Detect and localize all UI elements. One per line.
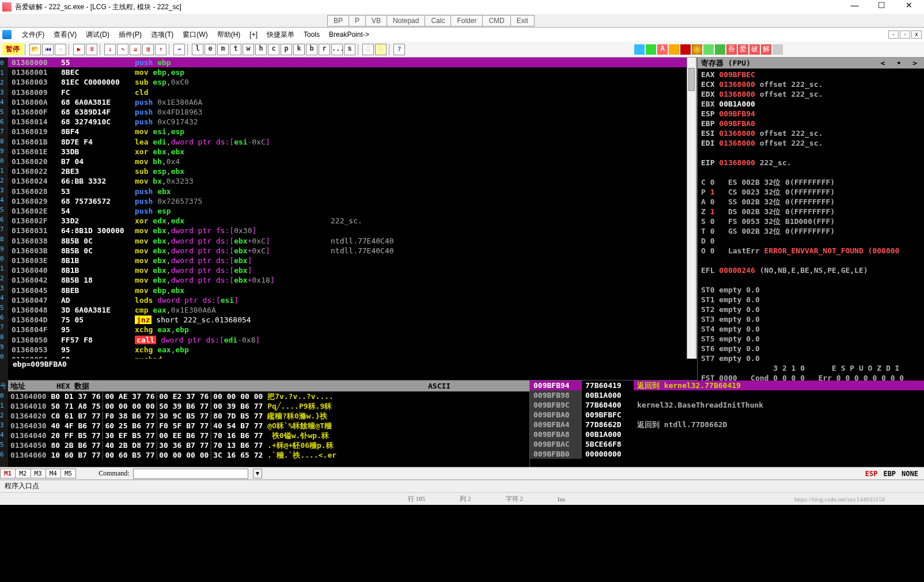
plugin-tab-notepad[interactable]: Notepad — [387, 15, 425, 26]
disasm-row[interactable]: 01368053 95 xchg eax,ebp — [8, 345, 696, 355]
rewind-button[interactable]: ⏮ — [42, 44, 54, 55]
disasm-row[interactable]: 01368020 B7 04 mov bh,0x4 — [8, 157, 696, 166]
disasm-row[interactable]: 0136801E 33DB xor ebx,ebx — [8, 147, 696, 157]
disasm-row[interactable]: 0136802F 33D2 xor edx,edx 222_sc. — [8, 216, 696, 226]
plugin-icon-5[interactable] — [680, 44, 691, 55]
options-button[interactable]: ☰ — [362, 44, 374, 55]
label-ebp[interactable]: EBP — [883, 470, 896, 478]
plugin-icon-10[interactable]: 爱 — [738, 44, 748, 55]
disasm-row[interactable]: 0136804F 95 xchg eax,ebp — [8, 325, 696, 334]
disasm-row[interactable]: 01368045 8BEB mov ebp,ebx — [8, 286, 696, 295]
plugin-tab-bp[interactable]: BP — [327, 15, 349, 26]
plugin-icon-6[interactable] — [692, 44, 702, 55]
plugin-icon-7[interactable] — [703, 44, 714, 55]
disasm-row[interactable]: 01368054 60 pushad — [8, 355, 696, 359]
disasm-row[interactable]: 01368031 64:8B1D 300000 mov ebx,dword pt… — [8, 226, 696, 235]
stack-row[interactable]: 009BFB9477B60419返回到 kernel32.77B60419 — [530, 381, 924, 390]
pause-button[interactable]: ⏸ — [86, 44, 97, 55]
stack-row[interactable]: 009BFBA477D8662D返回到 ntdll.77D8662D — [530, 420, 924, 429]
scrollbar-disasm[interactable] — [687, 58, 696, 359]
memory-tab-M4[interactable]: M4 — [46, 469, 61, 478]
reg-nav[interactable]: < • > — [881, 58, 921, 68]
disasm-row[interactable]: 0136800A 68 6A0A381E push 0x1E380A6A — [8, 97, 696, 107]
close-button[interactable]: ✕ — [896, 1, 922, 13]
disasm-row[interactable]: 0136803E 8B1B mov ebx,dword ptr ds:[ebx] — [8, 256, 696, 265]
letter-button-k[interactable]: k — [293, 44, 305, 55]
disassembly-pane[interactable]: 01368000 55 push ebp 01368001 8BEC mov e… — [8, 58, 697, 359]
stack-row[interactable]: 009BFBAC5BCE66F8 — [530, 439, 924, 449]
disasm-row[interactable]: 01368047 AD lods dword ptr ds:[esi] — [8, 295, 696, 305]
label-esp[interactable]: ESP — [865, 470, 878, 478]
mdi-minimize[interactable]: - — [888, 31, 899, 39]
plugin-tab-vb[interactable]: VB — [365, 15, 387, 26]
memory-tab-M2[interactable]: M2 — [15, 469, 31, 478]
disasm-row[interactable]: 01368050 FF57 F8 call dword ptr ds:[edi-… — [8, 335, 696, 345]
letter-button-l[interactable]: l — [192, 44, 203, 55]
menu-item[interactable]: 选项(T) — [146, 30, 178, 40]
step-over-button[interactable]: ↷ — [117, 44, 128, 55]
close-file-button[interactable]: ✕ — [55, 44, 66, 55]
plugin-icon-4[interactable] — [669, 44, 679, 55]
disasm-row[interactable]: 01368029 68 75736572 push 0x72657375 — [8, 196, 696, 206]
letter-button-m[interactable]: m — [217, 44, 229, 55]
memory-tab-M3[interactable]: M3 — [31, 469, 46, 478]
plugin-icon-11[interactable]: 破 — [749, 44, 760, 55]
plugin-icon-3[interactable]: A — [657, 44, 668, 55]
command-input[interactable] — [133, 469, 248, 479]
disasm-row[interactable]: 01368028 53 push ebx — [8, 187, 696, 196]
disasm-row[interactable]: 0136801B 8D7E F4 lea edi,dword ptr ds:[e… — [8, 137, 696, 147]
help-button[interactable]: ? — [393, 44, 405, 55]
plugin-icon-9[interactable]: 吾 — [726, 44, 737, 55]
plugin-icon-1[interactable] — [634, 44, 645, 55]
goto-button[interactable]: → — [173, 44, 185, 55]
run-button[interactable]: ▶ — [73, 44, 85, 55]
menu-item[interactable]: 查看(V) — [49, 30, 81, 40]
plugin-tab-exit[interactable]: Exit — [510, 15, 535, 26]
maximize-button[interactable]: ☐ — [869, 1, 895, 13]
disasm-row[interactable]: 01368024 66:BB 3332 mov bx,0x3233 — [8, 176, 696, 186]
disasm-row[interactable]: 01368019 8BF4 mov esi,esp — [8, 127, 696, 136]
plugin-icon-13[interactable] — [772, 44, 783, 55]
command-dropdown[interactable]: ▾ — [253, 469, 262, 478]
letter-button-t[interactable]: t — [230, 44, 241, 55]
menu-item[interactable]: 文件(F) — [17, 30, 49, 40]
letter-button-e[interactable]: e — [205, 44, 216, 55]
appearance-button[interactable]: ☷ — [375, 44, 387, 55]
open-button[interactable]: 📂 — [29, 44, 41, 55]
stack-row[interactable]: 009BFB9C77B60400kernel32.BaseThreadInitT… — [530, 400, 924, 410]
disasm-row[interactable]: 01368048 3D 6A0A381E cmp eax,0x1E380A6A — [8, 305, 696, 315]
letter-button-c[interactable]: c — [268, 44, 279, 55]
disasm-row[interactable]: 01368003 81EC C0000000 sub esp,0xC0 — [8, 77, 696, 87]
mdi-restore[interactable]: ▫ — [900, 31, 910, 39]
letter-button-w[interactable]: w — [243, 44, 254, 55]
disasm-row[interactable]: 01368001 8BEC mov ebp,esp — [8, 67, 696, 77]
plugin-icon-12[interactable]: 解 — [761, 44, 771, 55]
disasm-row[interactable]: 0136804D 75 05 jnz short 222_sc.01368054 — [8, 315, 696, 325]
trace-over-button[interactable]: ⇶ — [142, 44, 154, 55]
minimize-button[interactable]: — — [842, 1, 868, 13]
menu-item[interactable]: 窗口(W) — [178, 30, 212, 40]
stack-row[interactable]: 009BFB9800B1A000 — [530, 390, 924, 400]
plugin-icon-8[interactable] — [715, 44, 725, 55]
disasm-row[interactable]: 01368038 8B5B 0C mov ebx,dword ptr ds:[e… — [8, 236, 696, 246]
letter-button-s[interactable]: s — [344, 44, 355, 55]
letter-button-...[interactable]: ... — [331, 44, 343, 55]
label-none[interactable]: NONE — [902, 470, 918, 478]
stack-row[interactable]: 009BFBB000000000 — [530, 449, 924, 459]
plugin-icon-2[interactable] — [646, 44, 656, 55]
letter-button-p[interactable]: p — [281, 44, 292, 55]
letter-button-h[interactable]: h — [255, 44, 267, 55]
menu-item[interactable]: BreakPoint-> — [324, 31, 374, 39]
step-into-button[interactable]: ↓ — [104, 44, 116, 55]
menu-item[interactable]: 调试(D) — [81, 30, 114, 40]
stack-row[interactable]: 009BFBA800B1A000 — [530, 429, 924, 439]
memory-tab-M1[interactable]: M1 — [0, 469, 16, 478]
stack-pane[interactable]: 009BFB9477B60419返回到 kernel32.77B60419009… — [530, 381, 924, 467]
plugin-tab-cmd[interactable]: CMD — [482, 15, 510, 26]
disasm-row[interactable]: 01368000 55 push ebp — [8, 58, 696, 67]
disasm-row[interactable]: 01368040 8B1B mov ebx,dword ptr ds:[ebx] — [8, 265, 696, 275]
dump-pane[interactable]: 地址 HEX 数据 ASCII 01364000 B0 D1 37 76│00 … — [8, 381, 530, 467]
trace-into-button[interactable]: ⇊ — [130, 44, 141, 55]
registers-pane[interactable]: 寄存器 (FPU)< • > EAX 009BFBEC ECX 01368000… — [697, 58, 924, 381]
mdi-close[interactable]: x — [911, 31, 922, 39]
